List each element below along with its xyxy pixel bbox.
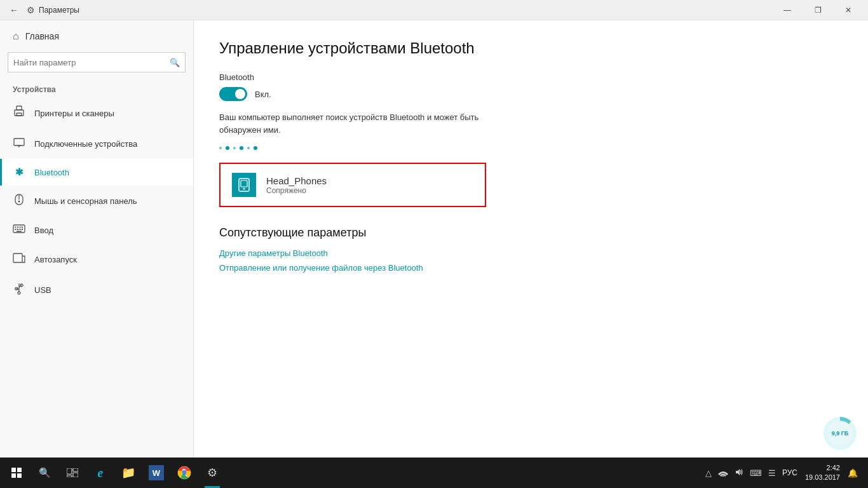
language-indicator: РУС: [780, 468, 800, 477]
sidebar-label-autorun: Автозапуск: [34, 255, 77, 264]
dot-4: [240, 146, 243, 150]
edge-icon: e: [93, 465, 108, 480]
sidebar-home[interactable]: ⌂ Главная: [0, 20, 193, 52]
mouse-icon: [13, 193, 25, 208]
connected-icon: [13, 136, 25, 151]
svg-point-25: [18, 292, 20, 294]
sidebar-label-usb: USB: [34, 285, 51, 295]
sidebar-item-usb[interactable]: USB: [0, 274, 193, 305]
app-title: Параметры: [39, 6, 79, 15]
related-link-2[interactable]: Отправление или получение файлов через B…: [219, 263, 843, 273]
svg-point-40: [722, 475, 724, 477]
settings-icon: ⚙: [27, 5, 35, 15]
toggle-state-label: Вкл.: [255, 90, 271, 99]
toggle-row: Вкл.: [219, 87, 843, 101]
sidebar-item-bluetooth[interactable]: ✱ Bluetooth: [0, 159, 193, 186]
taskbar-pinned-apps: e 📁 W: [86, 458, 226, 488]
window-controls: — ❐ ✕: [773, 0, 863, 20]
autorun-icon: [13, 252, 25, 267]
svg-rect-34: [73, 468, 78, 471]
taskbar-clock[interactable]: 2:42 19.03.2017: [801, 463, 844, 483]
device-name: Head_Phones: [266, 175, 327, 186]
device-icon: [232, 173, 256, 197]
chrome-icon: [177, 465, 192, 480]
tray-arrow-icon[interactable]: △: [703, 468, 714, 478]
keyboard-lang-icon[interactable]: ⌨: [747, 468, 764, 478]
home-label: Главная: [25, 31, 59, 41]
sidebar-item-input[interactable]: Ввод: [0, 216, 193, 244]
dot-1: [219, 147, 222, 149]
taskbar: 🔍 e 📁 W: [0, 458, 868, 488]
settings-taskbar-icon: ⚙: [205, 465, 220, 480]
main-content: Управление устройствами Bluetooth Blueto…: [194, 20, 868, 458]
svg-rect-15: [17, 229, 18, 230]
sidebar-item-autorun[interactable]: Автозапуск: [0, 244, 193, 274]
svg-rect-30: [17, 468, 22, 472]
svg-rect-1: [17, 106, 22, 110]
device-card[interactable]: Head_Phones Сопряжено: [219, 163, 486, 207]
minimize-button[interactable]: —: [773, 0, 802, 20]
related-link-1[interactable]: Другие параметры Bluetooth: [219, 248, 843, 258]
taskbar-explorer[interactable]: 📁: [114, 458, 142, 488]
keyboard-icon: [13, 224, 25, 236]
taskbar-word[interactable]: W: [142, 458, 170, 488]
dot-2: [226, 146, 229, 150]
taskbar-search-button[interactable]: 🔍: [31, 458, 58, 488]
usb-icon: [13, 282, 25, 297]
clock-date: 19.03.2017: [805, 473, 840, 482]
notification-icon[interactable]: 🔔: [845, 468, 860, 478]
device-status: Сопряжено: [266, 186, 327, 195]
bluetooth-description: Ваш компьютер выполняет поиск устройств …: [219, 111, 486, 136]
svg-rect-3: [14, 139, 24, 146]
svg-rect-12: [20, 227, 21, 228]
svg-rect-32: [17, 473, 22, 478]
svg-rect-17: [22, 229, 23, 230]
restore-button[interactable]: ❐: [803, 0, 832, 20]
related-title: Сопутствующие параметры: [219, 226, 843, 240]
taskbar-edge[interactable]: e: [86, 458, 114, 488]
sidebar-section-title: Устройства: [0, 81, 193, 98]
dot-6: [254, 146, 257, 150]
back-button[interactable]: ←: [5, 1, 23, 19]
device-info: Head_Phones Сопряжено: [266, 175, 327, 195]
svg-rect-33: [67, 468, 72, 474]
task-view-button[interactable]: [58, 458, 86, 488]
page-title: Управление устройствами Bluetooth: [219, 39, 843, 57]
svg-rect-19: [13, 254, 22, 262]
sidebar-label-printers: Принтеры и сканеры: [34, 109, 114, 118]
disk-label: 9,9 ГБ: [827, 421, 853, 446]
word-icon: W: [149, 465, 164, 480]
home-icon: ⌂: [13, 30, 19, 42]
svg-rect-13: [22, 227, 23, 228]
svg-rect-11: [17, 227, 18, 228]
svg-rect-35: [73, 473, 78, 477]
sidebar: ⌂ Главная 🔍 Устройства Принтеры и сканер…: [0, 20, 194, 458]
svg-rect-31: [11, 473, 16, 478]
start-button[interactable]: [3, 458, 31, 488]
action-center-icon[interactable]: ☰: [766, 468, 778, 478]
taskbar-settings[interactable]: ⚙: [198, 458, 226, 488]
clock-time: 2:42: [805, 463, 840, 473]
svg-rect-18: [17, 231, 22, 233]
search-box: 🔍: [8, 52, 186, 72]
sidebar-label-input: Ввод: [34, 226, 53, 235]
close-button[interactable]: ✕: [834, 0, 863, 20]
disk-indicator: 9,9 ГБ: [824, 417, 857, 450]
svg-rect-29: [11, 468, 16, 472]
sidebar-item-connected[interactable]: Подключенные устройства: [0, 128, 193, 159]
svg-rect-27: [241, 180, 247, 187]
sidebar-label-mouse: Мышь и сенсорная панель: [34, 196, 137, 206]
search-input[interactable]: [13, 58, 170, 67]
sidebar-item-printers[interactable]: Принтеры и сканеры: [0, 98, 193, 128]
svg-rect-36: [67, 475, 72, 477]
sidebar-item-mouse[interactable]: Мышь и сенсорная панель: [0, 186, 193, 216]
titlebar: ← ⚙ Параметры — ❐ ✕: [0, 0, 868, 20]
search-icon: 🔍: [170, 58, 180, 67]
bluetooth-toggle[interactable]: [219, 87, 247, 101]
taskbar-chrome[interactable]: [170, 458, 198, 488]
scanning-animation: [219, 146, 843, 150]
explorer-icon: 📁: [121, 465, 136, 480]
svg-rect-14: [15, 229, 17, 230]
network-icon[interactable]: [715, 468, 731, 478]
volume-icon[interactable]: [732, 468, 746, 478]
